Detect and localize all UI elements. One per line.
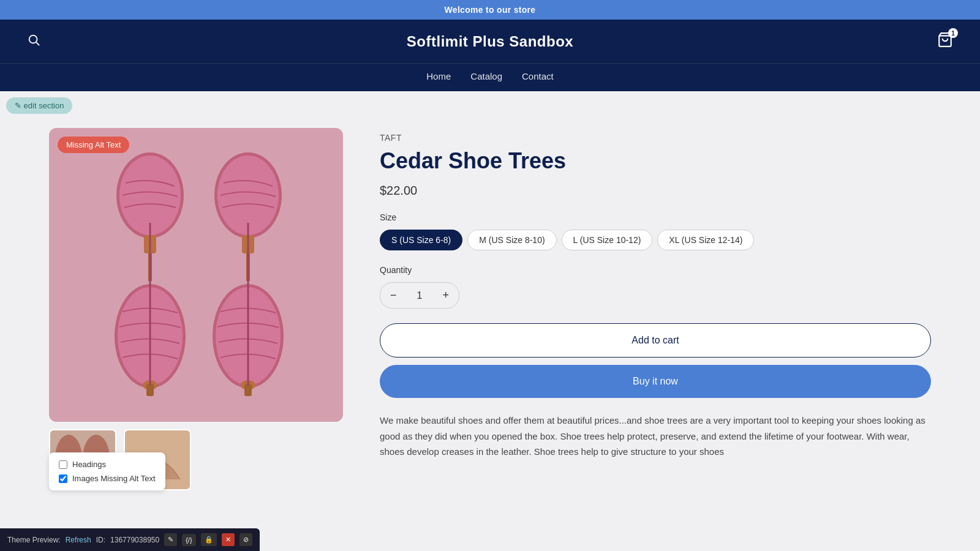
toolbar-prefix: Theme Preview: bbox=[7, 536, 61, 544]
size-label: Size bbox=[380, 212, 931, 222]
headings-label: Headings bbox=[72, 460, 106, 469]
nav-item-home[interactable]: Home bbox=[426, 71, 451, 81]
size-options: S (US Size 6-8) M (US Size 8-10) L (US S… bbox=[380, 230, 931, 250]
quantity-value: 1 bbox=[407, 290, 433, 301]
main-nav: Home Catalog Contact bbox=[0, 63, 980, 91]
quantity-decrease[interactable]: − bbox=[380, 283, 407, 308]
main-content: ✎ edit section Missing Alt Text bbox=[0, 91, 980, 550]
header-right: 1 bbox=[935, 29, 956, 53]
quantity-label: Quantity bbox=[380, 265, 931, 275]
search-icon bbox=[27, 33, 40, 47]
announcement-bar: Welcome to our store bbox=[0, 0, 980, 20]
size-l[interactable]: L (US Size 10-12) bbox=[562, 230, 653, 250]
cart-count: 1 bbox=[948, 28, 958, 38]
product-info: TAFT Cedar Shoe Trees $22.00 Size S (US … bbox=[380, 128, 931, 460]
product-image bbox=[49, 128, 343, 422]
toolbar-more-button[interactable]: ⊘ bbox=[239, 533, 252, 546]
header: Softlimit Plus Sandbox 1 bbox=[0, 20, 980, 63]
filter-item-headings: Headings bbox=[59, 460, 156, 469]
cart-button[interactable]: 1 bbox=[935, 29, 956, 53]
header-left bbox=[24, 31, 43, 52]
toolbar-id-value: 136779038950 bbox=[110, 536, 159, 544]
bottom-toolbar: Theme Preview: Refresh ID: 136779038950 … bbox=[0, 528, 260, 551]
toolbar-id-label: ID: bbox=[96, 536, 105, 544]
images-alt-checkbox[interactable] bbox=[59, 474, 67, 483]
svg-rect-11 bbox=[146, 384, 154, 396]
thumbnails: Headings Images Missing Alt Text bbox=[49, 429, 343, 490]
filter-item-images: Images Missing Alt Text bbox=[59, 474, 156, 483]
brand-name: TAFT bbox=[380, 133, 931, 143]
images-alt-label: Images Missing Alt Text bbox=[72, 474, 156, 483]
size-m[interactable]: M (US Size 8-10) bbox=[467, 230, 556, 250]
toolbar-delete-button[interactable]: ✕ bbox=[222, 533, 235, 546]
product-price: $22.00 bbox=[380, 184, 931, 198]
size-xl[interactable]: XL (US Size 12-14) bbox=[657, 230, 754, 250]
main-image-wrapper: Missing Alt Text bbox=[49, 128, 343, 422]
shoe-tree-svg bbox=[49, 128, 343, 422]
toolbar-code-button[interactable]: {/} bbox=[182, 534, 195, 546]
filter-dropdown: Headings Images Missing Alt Text bbox=[49, 452, 165, 490]
svg-point-0 bbox=[29, 36, 37, 43]
image-section: Missing Alt Text bbox=[49, 128, 343, 490]
quantity-control: − 1 + bbox=[380, 282, 459, 309]
search-button[interactable] bbox=[24, 31, 43, 52]
product-title: Cedar Shoe Trees bbox=[380, 148, 931, 174]
nav-item-contact[interactable]: Contact bbox=[522, 71, 554, 81]
svg-rect-3 bbox=[49, 128, 343, 422]
product-layout: Missing Alt Text bbox=[49, 128, 931, 490]
svg-rect-19 bbox=[244, 384, 252, 396]
nav-item-catalog[interactable]: Catalog bbox=[470, 71, 502, 81]
missing-alt-badge: Missing Alt Text bbox=[58, 137, 129, 153]
product-description: We make beautiful shoes and offer them a… bbox=[380, 413, 931, 460]
svg-line-1 bbox=[36, 42, 39, 45]
toolbar-edit-button[interactable]: ✎ bbox=[164, 533, 177, 546]
headings-checkbox[interactable] bbox=[59, 460, 67, 469]
buy-now-button[interactable]: Buy it now bbox=[380, 365, 931, 398]
quantity-increase[interactable]: + bbox=[432, 283, 459, 308]
announcement-text: Welcome to our store bbox=[445, 5, 536, 15]
site-logo: Softlimit Plus Sandbox bbox=[407, 33, 573, 50]
toolbar-lock-button[interactable]: 🔒 bbox=[201, 533, 217, 546]
toolbar-refresh-link[interactable]: Refresh bbox=[66, 536, 91, 544]
size-s[interactable]: S (US Size 6-8) bbox=[380, 230, 462, 250]
add-to-cart-button[interactable]: Add to cart bbox=[380, 323, 931, 358]
edit-section-button[interactable]: ✎ edit section bbox=[6, 97, 72, 114]
